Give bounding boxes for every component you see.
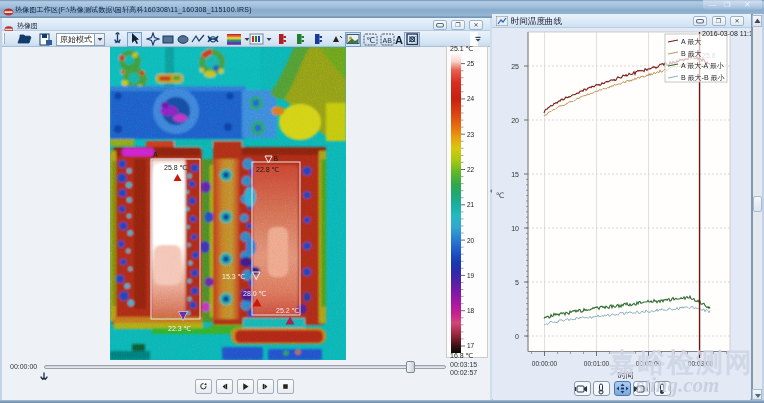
svg-text:5: 5 — [515, 279, 519, 286]
svg-text:B: B — [274, 155, 279, 162]
svg-text:18: 18 — [467, 307, 475, 314]
svg-text:℃: ℃ — [496, 191, 504, 200]
svg-text:25.1 ℃: 25.1 ℃ — [450, 46, 474, 52]
svg-text:16.8 ℃: 16.8 ℃ — [450, 352, 474, 359]
svg-text:23: 23 — [467, 131, 475, 138]
svg-text:00:01:00: 00:01:00 — [584, 360, 610, 367]
svg-text:22: 22 — [467, 166, 475, 173]
svg-text:22.8 ℃: 22.8 ℃ — [256, 166, 280, 173]
svg-text:℃: ℃ — [366, 36, 375, 45]
svg-text:A: A — [153, 151, 158, 158]
svg-text:19: 19 — [467, 272, 475, 279]
svg-text:20: 20 — [467, 237, 475, 244]
svg-text:20: 20 — [511, 117, 519, 124]
svg-text:15.3 ℃: 15.3 ℃ — [222, 273, 246, 280]
svg-text:21: 21 — [467, 201, 475, 208]
svg-text:10: 10 — [511, 225, 519, 232]
svg-text:15: 15 — [511, 171, 519, 178]
svg-text:28.0 ℃: 28.0 ℃ — [243, 290, 267, 297]
svg-text:17: 17 — [467, 342, 475, 349]
svg-text:AB: AB — [383, 37, 393, 44]
svg-text:A 最大: A 最大 — [681, 38, 701, 45]
svg-text:2016-03-08 11:1: 2016-03-08 11:1 — [702, 30, 751, 37]
svg-text:00:00:00: 00:00:00 — [532, 360, 558, 367]
svg-text:25: 25 — [511, 63, 519, 70]
svg-text:0: 0 — [515, 333, 519, 340]
svg-text:22.3 ℃: 22.3 ℃ — [168, 325, 192, 332]
svg-text:25.8 ℃: 25.8 ℃ — [164, 164, 188, 171]
svg-text:25.2 ℃: 25.2 ℃ — [276, 307, 300, 314]
svg-text:A: A — [395, 34, 403, 46]
svg-text:A 最大-A 最小: A 最大-A 最小 — [681, 62, 724, 69]
svg-text:B 最大-B 最小: B 最大-B 最小 — [681, 74, 725, 81]
svg-text:25: 25 — [467, 60, 475, 67]
svg-text:B 最大: B 最大 — [681, 50, 702, 57]
svg-text:24: 24 — [467, 95, 475, 102]
